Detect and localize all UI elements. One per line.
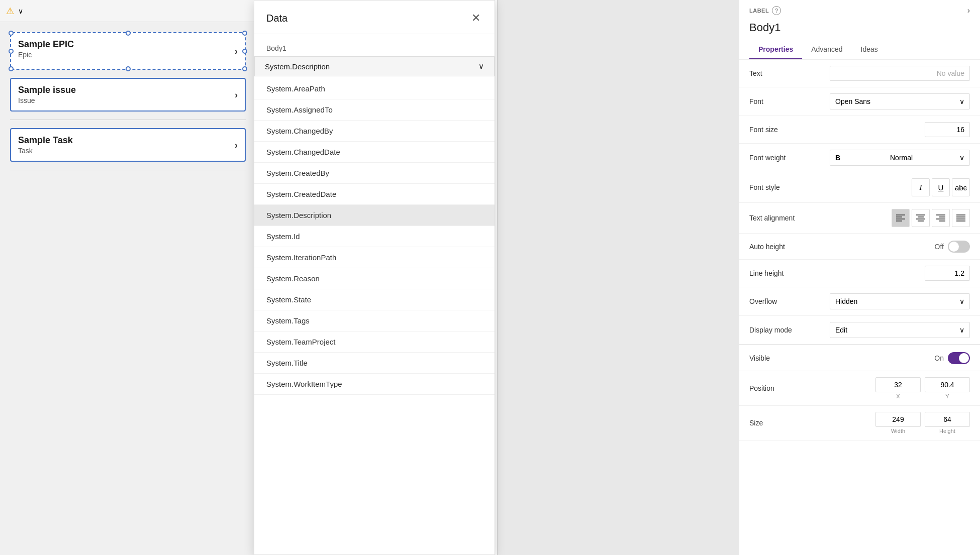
list-item-assignedto[interactable]: System.AssignedTo: [254, 99, 495, 121]
text-align-buttons: [892, 209, 970, 227]
list-item-description[interactable]: System.Description: [254, 205, 495, 226]
list-item-areapath[interactable]: System.AreaPath: [254, 78, 495, 99]
y-axis-label: Y: [945, 393, 949, 399]
tab-advanced[interactable]: Advanced: [802, 40, 851, 59]
svg-rect-3: [896, 220, 902, 221]
props-row-auto-height: Auto height Off: [739, 234, 980, 260]
line-height-value-wrap: [830, 266, 970, 281]
card-separator-2: [10, 170, 246, 170]
position-x-input[interactable]: [875, 377, 921, 392]
display-mode-select[interactable]: Edit ∨: [830, 322, 970, 338]
data-panel: Data ✕ Body1 System.Description ∨ System…: [254, 0, 495, 555]
resize-handle-tm[interactable]: [126, 31, 131, 36]
visible-toggle[interactable]: [948, 352, 970, 364]
text-input[interactable]: [830, 66, 970, 81]
svg-rect-5: [918, 216, 924, 217]
list-item-state[interactable]: System.State: [254, 289, 495, 310]
size-height-input[interactable]: [925, 412, 970, 427]
component-name: Body1: [749, 17, 970, 40]
line-height-input[interactable]: [925, 266, 970, 281]
data-section-label: Body1: [254, 42, 495, 56]
list-item-changedby[interactable]: System.ChangedBy: [254, 121, 495, 142]
props-row-visible: Visible On: [739, 345, 980, 371]
size-height-wrap: Height: [925, 412, 970, 434]
align-left-button[interactable]: [892, 209, 910, 227]
resize-handle-bl[interactable]: [9, 66, 14, 71]
align-right-button[interactable]: [932, 209, 950, 227]
height-label: Height: [939, 428, 955, 434]
props-row-font-size: Font size: [739, 116, 980, 144]
position-x-wrap: X: [875, 377, 921, 399]
align-center-button[interactable]: [912, 209, 930, 227]
resize-handle-bm[interactable]: [126, 66, 131, 71]
size-label: Size: [749, 419, 830, 427]
size-width-input[interactable]: [875, 412, 921, 427]
font-size-input[interactable]: [925, 122, 970, 137]
resize-handle-tr[interactable]: [242, 31, 247, 36]
props-row-font-weight: Font weight B Normal ∨: [739, 144, 980, 172]
tab-ideas[interactable]: Ideas: [852, 40, 887, 59]
align-justify-button[interactable]: [952, 209, 970, 227]
card-title-task: Sample Task: [18, 135, 238, 146]
font-weight-value: Normal: [890, 154, 913, 162]
props-row-overflow: Overflow Hidden ∨: [739, 287, 980, 316]
toolbar-chevron[interactable]: ∨: [18, 7, 23, 15]
list-item-tags[interactable]: System.Tags: [254, 310, 495, 331]
list-item-createddate[interactable]: System.CreatedDate: [254, 184, 495, 205]
card-arrow-task[interactable]: ›: [235, 140, 238, 150]
props-row-position: Position X Y: [739, 371, 980, 406]
list-item-reason[interactable]: System.Reason: [254, 268, 495, 289]
svg-rect-7: [918, 220, 924, 221]
help-icon[interactable]: ?: [772, 6, 781, 15]
font-select-value: Open Sans: [835, 97, 870, 105]
resize-handle-mr[interactable]: [242, 49, 247, 54]
resize-handle-tl[interactable]: [9, 31, 14, 36]
text-value-wrap: [830, 66, 970, 81]
font-select[interactable]: Open Sans ∨: [830, 93, 970, 109]
visible-value-wrap: On: [830, 352, 970, 364]
font-style-buttons: I U abc: [912, 178, 970, 196]
font-weight-value-wrap: B Normal ∨: [830, 150, 970, 166]
resize-handle-ml[interactable]: [9, 49, 14, 54]
data-dropdown-selected[interactable]: System.Description ∨: [254, 56, 495, 76]
expand-arrow-icon[interactable]: ›: [967, 6, 970, 15]
svg-rect-15: [956, 220, 965, 221]
dropdown-chevron-icon: ∨: [478, 62, 484, 71]
list-item-changeddate[interactable]: System.ChangedDate: [254, 142, 495, 163]
auto-height-toggle[interactable]: [948, 241, 970, 253]
canvas-area: ⚠ ∨ Sample EPIC Epic › Sample issue Issu…: [0, 0, 256, 555]
data-panel-body: Body1 System.Description ∨ System.AreaPa…: [254, 34, 495, 403]
resize-handle-br[interactable]: [242, 66, 247, 71]
font-weight-chevron-icon: ∨: [959, 154, 964, 162]
canvas-card-task[interactable]: Sample Task Task ›: [10, 128, 246, 162]
font-weight-select[interactable]: B Normal ∨: [830, 150, 970, 166]
canvas-card-issue[interactable]: Sample issue Issue ›: [10, 78, 246, 112]
close-button[interactable]: ✕: [469, 11, 482, 26]
card-title-epic: Sample EPIC: [18, 39, 238, 50]
italic-button[interactable]: I: [912, 178, 930, 196]
card-arrow-epic[interactable]: ›: [235, 46, 238, 56]
toggle-thumb: [949, 242, 959, 252]
canvas-card-epic[interactable]: Sample EPIC Epic ›: [10, 32, 246, 70]
card-arrow-issue[interactable]: ›: [235, 89, 238, 100]
list-item-title[interactable]: System.Title: [254, 353, 495, 374]
canvas-toolbar: ⚠ ∨: [0, 0, 256, 22]
tab-properties[interactable]: Properties: [749, 40, 802, 59]
list-item-iterationpath[interactable]: System.IterationPath: [254, 247, 495, 268]
auto-height-toggle-row: Off: [935, 241, 970, 253]
text-align-label: Text alignment: [749, 214, 830, 222]
list-item-id[interactable]: System.Id: [254, 226, 495, 247]
position-inputs: X Y: [830, 377, 970, 399]
underline-button[interactable]: U: [932, 178, 950, 196]
font-weight-label: Font weight: [749, 154, 830, 162]
overflow-select[interactable]: Hidden ∨: [830, 293, 970, 309]
data-list: System.AreaPath System.AssignedTo System…: [254, 78, 495, 395]
props-label-text: LABEL: [749, 8, 769, 14]
position-y-input[interactable]: [925, 377, 970, 392]
size-width-wrap: Width: [875, 412, 921, 434]
svg-rect-8: [936, 214, 945, 215]
list-item-createdby[interactable]: System.CreatedBy: [254, 163, 495, 184]
list-item-workitemtype[interactable]: System.WorkItemType: [254, 374, 495, 395]
list-item-teamproject[interactable]: System.TeamProject: [254, 331, 495, 353]
strikethrough-button[interactable]: abc: [952, 178, 970, 196]
